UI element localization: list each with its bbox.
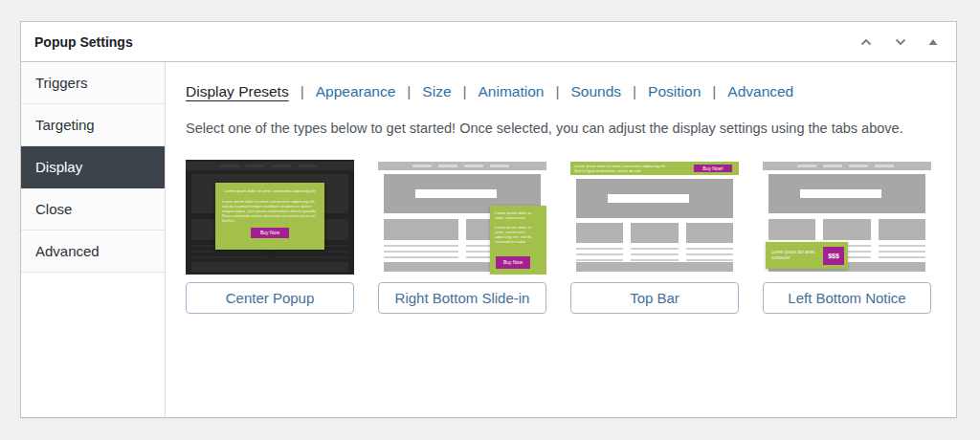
presets-description: Select one of the types below to get sta… <box>186 118 923 140</box>
mock-menubar <box>378 162 546 170</box>
mock-column-block <box>879 219 925 240</box>
sidebar-item-triggers[interactable]: Triggers <box>21 62 165 104</box>
tab-separator: | <box>555 83 559 100</box>
sidebar-item-targeting[interactable]: Targeting <box>21 104 165 146</box>
mock-hero <box>576 179 733 218</box>
sidebar-item-close[interactable]: Close <box>21 188 165 231</box>
metabox-actions <box>858 34 943 50</box>
popup-settings-metabox: Popup Settings Triggers Targeting Displa… <box>20 21 957 418</box>
preset-card-left-bottom-notice: Lorem ipsum dor amet, consecter $$$ Left… <box>763 160 931 314</box>
mock-hero-bar <box>800 189 881 198</box>
mock-text-lines <box>686 248 733 263</box>
mock-column-block <box>768 219 815 240</box>
mock-menu-dashes <box>220 165 320 167</box>
move-down-icon[interactable] <box>893 34 908 50</box>
tab-display-presets[interactable]: Display Presets <box>186 83 289 100</box>
mock-center-popup-modal: Lorem ipsum dolor sit amet, consectetu a… <box>215 183 324 250</box>
move-up-icon[interactable] <box>858 34 874 50</box>
mock-slide-in-panel: Lorem ipsum dolor sit amet, consectetur … <box>490 206 546 275</box>
preset-thumbnail-top-bar[interactable]: Lorem ipsum dolor sit amet, consectetu a… <box>570 160 739 275</box>
preset-card-center-popup: Lorem ipsum dolor sit amet, consectetu a… <box>186 160 354 314</box>
tab-animation[interactable]: Animation <box>479 83 545 100</box>
mock-menu-dashes <box>797 165 897 167</box>
tab-advanced[interactable]: Advanced <box>727 83 793 100</box>
mock-top-bar: Lorem ipsum dolor sit amet, consectetu a… <box>570 162 739 175</box>
mock-buy-now-button: Buy Now <box>251 228 289 238</box>
tab-separator: | <box>633 83 636 100</box>
mock-menubar <box>763 162 931 170</box>
mock-panel-body: Lorem ipsum dolor sit amet, consectetur … <box>495 225 542 244</box>
display-tabs: Display Presets | Appearance | Size | An… <box>186 83 931 100</box>
mock-column-block <box>823 219 870 240</box>
mock-column-block <box>384 219 458 240</box>
mock-menu-dashes <box>412 165 512 167</box>
mock-popup-body: Lorem ipsum dolor sit amet, consectetur … <box>222 199 318 223</box>
mock-hero-bar <box>415 189 497 198</box>
mock-footer <box>576 262 733 272</box>
preset-button-center-popup[interactable]: Center Popup <box>186 282 354 314</box>
tab-sounds[interactable]: Sounds <box>571 83 622 100</box>
page-title: Popup Settings <box>34 34 133 50</box>
preset-card-top-bar: Lorem ipsum dolor sit amet, consectetu a… <box>570 160 739 314</box>
display-settings-content: Display Presets | Appearance | Size | An… <box>166 62 956 417</box>
preset-thumbnail-right-bottom-slide-in[interactable]: Lorem ipsum dolor sit amet, consectetur … <box>378 160 546 275</box>
tab-position[interactable]: Position <box>648 83 701 100</box>
mock-notice-text: Lorem ipsum dor amet, consecter <box>771 250 823 261</box>
tab-separator: | <box>463 83 467 100</box>
mock-bar-heading: Lorem ipsum dolor sit amet, consectetu a… <box>574 164 674 173</box>
metabox-header: Popup Settings <box>21 22 956 62</box>
tab-separator: | <box>712 83 716 100</box>
mock-footer <box>191 262 348 272</box>
preset-thumbnail-center-popup[interactable]: Lorem ipsum dolor sit amet, consectetu a… <box>186 160 354 275</box>
tab-appearance[interactable]: Appearance <box>316 83 396 100</box>
preset-button-left-bottom-notice[interactable]: Left Bottom Notice <box>763 282 931 314</box>
metabox-body: Triggers Targeting Display Close Advance… <box>21 62 956 417</box>
mock-buy-now-button: Buy Now! <box>694 165 732 172</box>
toggle-panel-icon[interactable] <box>927 36 939 48</box>
mock-column-block <box>686 223 733 243</box>
mock-column-block <box>631 223 678 243</box>
mock-columns <box>576 223 733 263</box>
mock-column-block <box>576 223 623 243</box>
settings-sidebar: Triggers Targeting Display Close Advance… <box>21 62 166 417</box>
mock-text-lines <box>576 248 623 263</box>
mock-hero-bar <box>608 194 689 203</box>
preset-button-top-bar[interactable]: Top Bar <box>570 282 739 314</box>
mock-hero <box>768 174 925 213</box>
mock-menubar <box>186 162 354 170</box>
preset-grid: Lorem ipsum dolor sit amet, consectetu a… <box>186 160 931 314</box>
mock-panel-heading: Lorem ipsum dolor sit amet, consectetur <box>495 210 542 220</box>
tab-size[interactable]: Size <box>422 83 451 100</box>
tab-separator: | <box>407 83 411 100</box>
sidebar-item-display[interactable]: Display <box>21 146 165 188</box>
mock-buy-now-button: Buy Now <box>496 256 530 269</box>
mock-notice-box: Lorem ipsum dor amet, consecter $$$ <box>766 242 848 269</box>
tab-separator: | <box>301 83 304 100</box>
preset-thumbnail-left-bottom-notice[interactable]: Lorem ipsum dor amet, consecter $$$ <box>763 160 931 275</box>
mock-popup-heading: Lorem ipsum dolor sit amet, consectetu a… <box>222 188 318 193</box>
preset-card-right-bottom-slide-in: Lorem ipsum dolor sit amet, consectetur … <box>378 160 546 314</box>
mock-text-lines <box>631 248 678 263</box>
mock-dollars-button: $$$ <box>823 247 844 265</box>
preset-button-right-bottom-slide-in[interactable]: Right Bottom Slide-in <box>378 282 546 314</box>
sidebar-item-advanced[interactable]: Advanced <box>21 231 165 273</box>
